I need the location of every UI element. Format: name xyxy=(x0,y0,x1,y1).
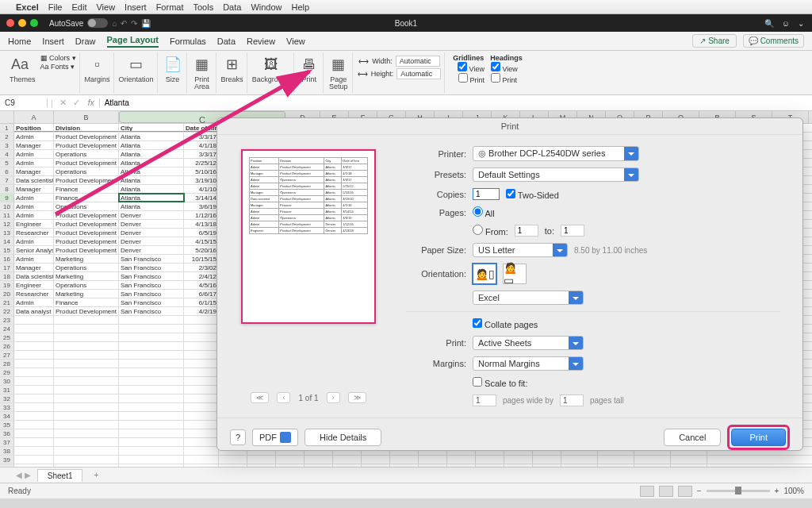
size-icon[interactable]: 📄 xyxy=(163,54,183,75)
row-header[interactable]: 22 xyxy=(0,307,14,315)
row-header[interactable]: 26 xyxy=(0,342,14,350)
cell[interactable]: Division xyxy=(54,124,119,132)
fonts-button[interactable]: Aa Fonts ▾ xyxy=(40,63,76,71)
collate-cb[interactable] xyxy=(473,318,482,328)
cell[interactable] xyxy=(184,325,219,333)
cell[interactable]: Admin xyxy=(14,202,54,210)
cell[interactable]: Admin xyxy=(14,133,54,140)
cell[interactable] xyxy=(184,447,219,455)
cell[interactable] xyxy=(54,342,119,350)
cell[interactable] xyxy=(54,412,119,420)
row-header[interactable]: 27 xyxy=(0,351,14,359)
row-header[interactable]: 19 xyxy=(0,281,14,289)
row-header[interactable]: 36 xyxy=(0,429,14,437)
row-header[interactable]: 25 xyxy=(0,333,14,341)
cell[interactable] xyxy=(54,333,119,341)
cell[interactable] xyxy=(14,368,54,376)
zoom-icon[interactable] xyxy=(30,19,38,27)
cell[interactable]: Product Development xyxy=(54,211,119,219)
row-header[interactable]: 30 xyxy=(0,377,14,385)
cell[interactable] xyxy=(184,421,219,429)
row-header[interactable]: 16 xyxy=(0,255,14,263)
row-header[interactable]: 1 xyxy=(0,124,14,132)
menu-app[interactable]: Excel xyxy=(16,2,39,12)
close-icon[interactable] xyxy=(6,19,14,27)
row-header[interactable]: 24 xyxy=(0,325,14,333)
cell[interactable] xyxy=(14,360,54,368)
row-header[interactable]: 7 xyxy=(0,176,14,184)
cell[interactable] xyxy=(54,456,119,464)
menu-help[interactable]: Help xyxy=(292,2,310,12)
menu-file[interactable]: File xyxy=(48,2,63,12)
copies-input[interactable] xyxy=(473,188,500,200)
confirm-edit-icon[interactable]: ✓ xyxy=(70,98,83,108)
print-button[interactable]: Print xyxy=(731,429,786,446)
cell[interactable] xyxy=(54,447,119,455)
cell[interactable] xyxy=(184,368,219,376)
cell[interactable]: Product Development xyxy=(54,220,119,228)
cell[interactable] xyxy=(362,464,390,467)
help-button[interactable]: ? xyxy=(230,429,246,445)
cell[interactable] xyxy=(119,421,184,429)
tab-view[interactable]: View xyxy=(286,37,305,46)
fx-icon[interactable]: fx xyxy=(83,98,100,107)
cell[interactable] xyxy=(333,456,362,464)
row-header[interactable]: 13 xyxy=(0,229,14,237)
cell[interactable] xyxy=(119,342,184,350)
cell[interactable]: 4/1/10 xyxy=(184,185,219,193)
gridlines-print-cb[interactable] xyxy=(458,73,468,83)
cell[interactable] xyxy=(54,438,119,446)
orientation-icon[interactable]: ▭ xyxy=(126,54,147,75)
cell[interactable]: 5/20/16 xyxy=(184,246,219,254)
zoom-slider[interactable] xyxy=(707,490,770,492)
cell[interactable] xyxy=(54,325,119,333)
row-header[interactable]: 39 xyxy=(0,456,14,464)
cancel-edit-icon[interactable]: ✕ xyxy=(56,98,70,108)
cell[interactable] xyxy=(119,325,184,333)
cell[interactable]: Finance xyxy=(54,185,119,193)
cell[interactable]: 6/5/19 xyxy=(184,229,219,237)
minimize-icon[interactable] xyxy=(18,19,26,27)
cell[interactable] xyxy=(14,394,54,402)
cell[interactable]: Atlanta xyxy=(119,133,184,140)
cell[interactable]: 3/3/17 xyxy=(184,150,219,158)
cell[interactable] xyxy=(14,351,54,359)
cell[interactable]: 4/2/19 xyxy=(184,307,219,315)
cell[interactable]: Engineer xyxy=(14,220,54,228)
cell[interactable] xyxy=(304,464,333,467)
cell[interactable]: Product Development xyxy=(54,133,119,140)
cell[interactable] xyxy=(119,368,184,376)
cell[interactable]: Data scientist xyxy=(14,272,54,280)
cell[interactable] xyxy=(533,464,561,467)
cell[interactable] xyxy=(14,377,54,385)
undo-icon[interactable]: ↶ xyxy=(121,19,127,28)
cell[interactable]: Atlanta xyxy=(119,159,184,167)
hide-details-button[interactable]: Hide Details xyxy=(304,429,381,446)
sheet-tab[interactable]: Sheet1 xyxy=(37,469,83,482)
cell[interactable] xyxy=(390,464,419,467)
cell[interactable]: 10/15/15 xyxy=(184,255,219,263)
cell[interactable] xyxy=(54,368,119,376)
cell[interactable]: Atlanta xyxy=(119,185,184,193)
cell[interactable]: Atlanta xyxy=(119,167,184,175)
cell[interactable] xyxy=(14,386,54,394)
print-area-icon[interactable]: ▦ xyxy=(192,54,213,75)
cell[interactable]: Atlanta xyxy=(119,194,184,202)
row-header[interactable]: 18 xyxy=(0,272,14,280)
zoom-in-icon[interactable]: + xyxy=(775,487,779,495)
column-header[interactable]: A xyxy=(14,111,54,123)
cell[interactable]: Admin xyxy=(14,211,54,219)
page-layout-view-icon[interactable] xyxy=(659,486,673,497)
row-header[interactable]: 28 xyxy=(0,360,14,368)
cell[interactable] xyxy=(119,438,184,446)
cell[interactable] xyxy=(362,456,390,464)
cell[interactable] xyxy=(119,464,184,467)
margins-icon[interactable]: ▫ xyxy=(87,54,108,75)
cell[interactable]: Senior Analyst xyxy=(14,246,54,254)
row-header[interactable]: 38 xyxy=(0,447,14,455)
menu-tools[interactable]: Tools xyxy=(193,2,213,12)
cell[interactable]: Denver xyxy=(119,220,184,228)
row-header[interactable]: 31 xyxy=(0,386,14,394)
tab-data[interactable]: Data xyxy=(217,37,236,46)
cell[interactable]: Product Development xyxy=(54,237,119,245)
